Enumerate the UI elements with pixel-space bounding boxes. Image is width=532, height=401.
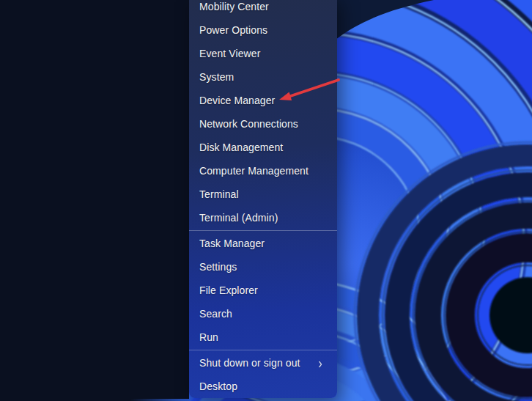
menu-item-label: Power Options [199, 24, 267, 36]
submenu-chevron-icon: › [318, 356, 322, 370]
menu-item-label: System [199, 71, 234, 83]
menu-item-file-explorer[interactable]: File Explorer [189, 279, 337, 302]
menu-item-label: Device Manager [199, 95, 275, 106]
menu-item-label: Mobility Center [199, 1, 269, 12]
menu-item-label: Settings [199, 261, 237, 273]
menu-item-event-viewer[interactable]: Event Viewer [189, 42, 337, 65]
winx-context-menu: Mobility Center Power Options Event View… [189, 0, 337, 398]
menu-item-label: Terminal (Admin) [199, 212, 278, 224]
menu-item-label: Desktop [199, 380, 237, 392]
menu-separator [189, 350, 337, 350]
menu-item-label: Disk Management [199, 141, 283, 153]
menu-item-shut-down-or-sign-out[interactable]: Shut down or sign out › [189, 351, 337, 375]
menu-item-terminal-admin[interactable]: Terminal (Admin) [189, 206, 337, 229]
menu-item-network-connections[interactable]: Network Connections [189, 112, 337, 136]
annotation-arrow-icon [271, 70, 344, 107]
menu-item-label: File Explorer [199, 284, 258, 296]
menu-item-task-manager[interactable]: Task Manager [189, 232, 337, 255]
menu-item-label: Shut down or sign out [199, 357, 300, 369]
menu-separator [189, 230, 337, 231]
menu-item-label: Task Manager [199, 238, 265, 249]
dark-overlay [0, 0, 189, 401]
menu-item-computer-management[interactable]: Computer Management [189, 159, 337, 183]
menu-item-label: Network Connections [199, 118, 298, 130]
menu-item-disk-management[interactable]: Disk Management [189, 136, 337, 159]
menu-item-label: Computer Management [199, 165, 309, 177]
menu-item-settings[interactable]: Settings [189, 255, 337, 279]
menu-item-terminal[interactable]: Terminal [189, 183, 337, 206]
menu-item-label: Terminal [199, 188, 239, 200]
menu-item-label: Run [199, 331, 218, 343]
menu-item-power-options[interactable]: Power Options [189, 18, 337, 42]
menu-item-run[interactable]: Run [189, 325, 337, 349]
menu-item-label: Search [199, 308, 232, 320]
menu-item-desktop[interactable]: Desktop [189, 375, 337, 398]
desktop: Mobility Center Power Options Event View… [0, 0, 532, 401]
menu-item-search[interactable]: Search [189, 302, 337, 325]
menu-item-label: Event Viewer [199, 48, 260, 59]
menu-item-mobility-center[interactable]: Mobility Center [189, 0, 337, 18]
